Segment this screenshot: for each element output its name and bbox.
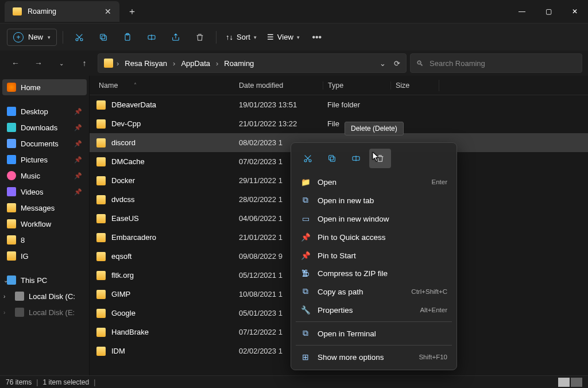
addressbar: ← → ⌄ ↑ › Resa Risyan › AppData › Roamin… xyxy=(0,51,588,76)
tooltip: Delete (Delete) xyxy=(345,122,404,135)
crumb[interactable]: Resa Risyan xyxy=(122,58,169,69)
sidebar-item[interactable]: Documents📌 xyxy=(2,135,87,152)
sidebar-drive[interactable]: ›Local Disk (E: xyxy=(2,304,87,320)
ctx-item[interactable]: 📌Pin to Start xyxy=(295,246,453,265)
home-icon xyxy=(7,83,16,92)
context-menu: 📁OpenEnter⧉Open in new tab▭Open in new w… xyxy=(291,142,457,370)
ctx-open-terminal[interactable]: ⧉Open in Terminal xyxy=(295,324,453,343)
ctx-copy-button[interactable] xyxy=(321,149,343,168)
cut-button[interactable] xyxy=(69,27,90,48)
ctx-delete-button[interactable] xyxy=(369,149,391,168)
folder-icon xyxy=(104,59,113,68)
sidebar-item[interactable]: Pictures📌 xyxy=(2,152,87,168)
plus-icon: + xyxy=(13,32,24,42)
terminal-icon: ⧉ xyxy=(300,329,311,338)
svg-rect-9 xyxy=(330,157,335,161)
sort-indicator-icon: ˄ xyxy=(134,82,137,88)
folder-icon xyxy=(13,7,22,15)
ctx-item[interactable]: 📁OpenEnter xyxy=(295,173,453,191)
titlebar: Roaming ✕ ＋ — ▢ ✕ xyxy=(0,0,588,23)
sidebar-item[interactable]: Workflow xyxy=(2,216,87,232)
sidebar-home[interactable]: Home xyxy=(2,79,87,95)
folder-icon xyxy=(96,157,106,166)
sidebar-this-pc[interactable]: ⌄This PC xyxy=(2,272,87,288)
folder-icon xyxy=(7,187,16,196)
window-tab[interactable]: Roaming ✕ xyxy=(5,1,119,22)
ctx-item[interactable]: ⧉Open in new tab xyxy=(295,191,453,209)
ctx-show-more[interactable]: ⊞Show more optionsShift+F10 xyxy=(295,348,453,366)
close-tab-icon[interactable]: ✕ xyxy=(105,7,111,16)
search-icon: 🔍︎ xyxy=(416,59,424,68)
toolbar: + New ▾ ↑↓Sort▾ ☰View▾ ••• xyxy=(0,23,588,51)
sidebar-drive[interactable]: ›Local Disk (C: xyxy=(2,288,87,304)
minimize-button[interactable]: — xyxy=(509,0,535,23)
details-view-button[interactable] xyxy=(558,378,570,387)
table-row[interactable]: Dev-Cpp21/01/2022 13:22File xyxy=(90,114,588,133)
more-button[interactable]: ••• xyxy=(307,27,327,48)
tab-title: Roaming xyxy=(28,7,99,15)
paste-button[interactable] xyxy=(117,27,138,48)
folder-icon xyxy=(96,290,106,299)
maximize-button[interactable]: ▢ xyxy=(535,0,562,23)
large-icons-view-button[interactable] xyxy=(571,378,582,387)
wrench-icon: 🔧 xyxy=(300,305,311,315)
sidebar-item[interactable]: Videos📌 xyxy=(2,184,87,200)
sidebar-item[interactable]: Desktop📌 xyxy=(2,103,87,119)
share-button[interactable] xyxy=(165,27,186,48)
statusbar: 76 items | 1 item selected | xyxy=(0,375,588,388)
ctx-item[interactable]: 🗜Compress to ZIP file xyxy=(295,265,453,282)
new-tab-button[interactable]: ＋ xyxy=(127,6,137,18)
recent-button[interactable]: ⌄ xyxy=(52,53,71,73)
pin-icon: 📌 xyxy=(74,188,82,196)
copy-button[interactable] xyxy=(93,27,114,48)
sidebar-item[interactable]: 8 xyxy=(2,232,87,248)
folder-icon xyxy=(96,347,106,356)
zip-icon: 🗜 xyxy=(300,269,311,278)
sidebar-item[interactable]: Music📌 xyxy=(2,168,87,184)
pin-icon: 📌 xyxy=(74,156,82,164)
sidebar: Home Desktop📌Downloads📌Documents📌Picture… xyxy=(0,76,90,375)
pin-icon: 📌 xyxy=(74,108,82,115)
crumb[interactable]: AppData xyxy=(179,58,212,69)
window-icon: ▭ xyxy=(300,214,311,223)
folder-icon xyxy=(96,195,106,204)
sidebar-item[interactable]: IG xyxy=(2,248,87,264)
close-window-button[interactable]: ✕ xyxy=(562,0,588,23)
folder-icon xyxy=(96,328,106,337)
folder-icon xyxy=(7,171,16,180)
sidebar-item[interactable]: Messages xyxy=(2,200,87,216)
tab-icon: ⧉ xyxy=(300,196,311,205)
folder-icon xyxy=(7,219,16,228)
sidebar-item[interactable]: Downloads📌 xyxy=(2,119,87,135)
crumb[interactable]: Roaming xyxy=(222,58,256,69)
refresh-button[interactable]: ⟳ xyxy=(394,59,400,68)
folder-icon xyxy=(7,251,16,261)
history-dropdown-icon[interactable]: ⌄ xyxy=(380,59,386,68)
delete-button[interactable] xyxy=(189,27,210,48)
ctx-cut-button[interactable] xyxy=(297,149,319,168)
view-button[interactable]: ☰View▾ xyxy=(264,33,303,41)
more-icon: ⊞ xyxy=(300,352,311,362)
pin-icon: 📌 xyxy=(300,251,311,260)
folder-icon xyxy=(7,107,16,116)
new-button[interactable]: + New ▾ xyxy=(7,29,57,46)
folder-icon xyxy=(96,176,106,185)
ctx-item[interactable]: 📌Pin to Quick access xyxy=(295,228,453,246)
selection-count: 1 item selected xyxy=(42,378,89,386)
ctx-rename-button[interactable] xyxy=(345,149,367,168)
ctx-item[interactable]: 🔧PropertiesAlt+Enter xyxy=(295,301,453,319)
up-button[interactable]: ↑ xyxy=(75,53,94,73)
forward-button[interactable]: → xyxy=(29,53,48,73)
breadcrumb[interactable]: › Resa Risyan › AppData › Roaming ⌄ ⟳ xyxy=(98,53,407,73)
table-row[interactable]: DBeaverData19/01/2023 13:51File folder xyxy=(90,95,588,114)
column-headers[interactable]: Name˄ Date modified Type Size xyxy=(90,76,588,95)
search-input[interactable]: 🔍︎ Search Roaming xyxy=(410,53,582,73)
ctx-item[interactable]: ⧉Copy as pathCtrl+Shift+C xyxy=(295,282,453,301)
sort-button[interactable]: ↑↓Sort▾ xyxy=(222,33,260,41)
ctx-item[interactable]: ▭Open in new window xyxy=(295,209,453,228)
back-button[interactable]: ← xyxy=(6,53,25,73)
folder-icon xyxy=(96,119,106,129)
rename-button[interactable] xyxy=(141,27,162,48)
folder-icon xyxy=(7,235,16,245)
folder-icon xyxy=(96,309,106,318)
